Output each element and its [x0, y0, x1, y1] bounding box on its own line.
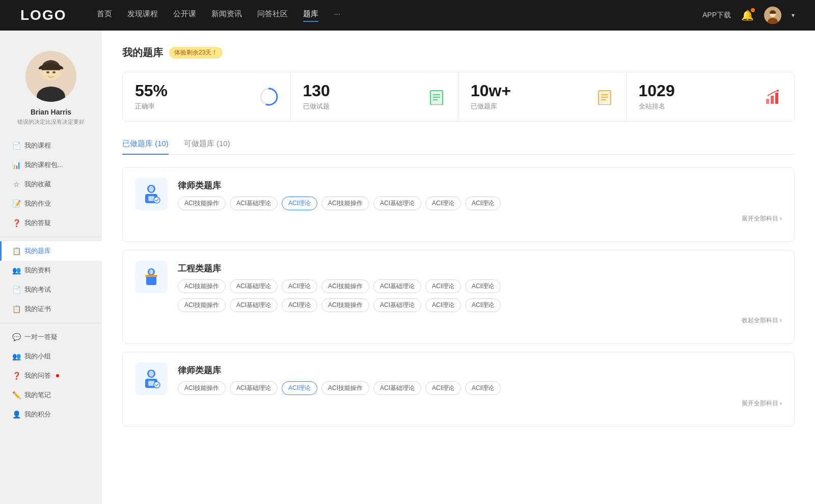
- bank-tag[interactable]: ACI技能操作: [178, 279, 226, 293]
- sidebar-item-6[interactable]: 👥 我的资料: [0, 261, 102, 280]
- notification-bell[interactable]: 🔔: [741, 9, 754, 21]
- bank-tag[interactable]: ACI理论: [465, 197, 501, 210]
- sidebar-item-5[interactable]: 📋 我的题库: [0, 241, 102, 261]
- tags-row-1: ACI技能操作ACI基础理论ACI理论ACI技能操作ACI基础理论ACI理论AC…: [178, 381, 782, 395]
- sidebar-item-1[interactable]: 📊 我的课程包...: [0, 155, 102, 175]
- user-avatar: [25, 51, 76, 102]
- user-dropdown-chevron[interactable]: ▾: [792, 12, 795, 19]
- profile-name: Brian Harris: [5, 108, 97, 116]
- bank-tag[interactable]: ACI技能操作: [321, 381, 369, 395]
- sidebar-icon-3: 📝: [12, 200, 20, 208]
- sidebar-icon-10: 👥: [12, 352, 20, 360]
- stat-banks-value: 10w+: [471, 82, 511, 99]
- expand-collapse-link[interactable]: 收起全部科目 ›: [178, 316, 782, 325]
- bank-tag[interactable]: ACI理论: [282, 197, 317, 210]
- sidebar-label-10: 我的小组: [24, 352, 51, 361]
- bank-tag[interactable]: ACI基础理论: [373, 197, 421, 210]
- bank-tag[interactable]: ACI基础理论: [230, 381, 278, 395]
- sidebar-icon-9: 💬: [12, 333, 20, 341]
- sidebar-item-8[interactable]: 📋 我的证书: [0, 299, 102, 319]
- bank-tag[interactable]: ACI理论: [465, 298, 501, 312]
- bank-tag[interactable]: ACI理论: [425, 279, 461, 293]
- sidebar-label-4: 我的答疑: [24, 218, 51, 228]
- bank-tag[interactable]: ACI技能操作: [178, 197, 226, 210]
- tab-done-banks[interactable]: 已做题库 (10): [122, 134, 169, 155]
- nav-item-公开课[interactable]: 公开课: [173, 9, 196, 22]
- bank-tag[interactable]: ACI基础理论: [230, 298, 278, 312]
- tags-row-1: ACI技能操作ACI基础理论ACI理论ACI技能操作ACI基础理论ACI理论AC…: [178, 279, 782, 293]
- stat-accuracy-icon: [260, 88, 278, 106]
- bank-tag[interactable]: ACI理论: [465, 381, 501, 395]
- sidebar-item-11[interactable]: ❓ 我的问答: [0, 366, 102, 385]
- sidebar-label-13: 我的积分: [24, 410, 51, 419]
- profile-section: Brian Harris 错误的决定比没有决定要好: [0, 41, 102, 136]
- bank-icon: [135, 261, 168, 293]
- nav-item-···[interactable]: ···: [334, 9, 340, 22]
- bank-tag[interactable]: ACI技能操作: [178, 381, 226, 395]
- sidebar-label-2: 我的收藏: [24, 180, 51, 189]
- svg-rect-32: [145, 275, 157, 277]
- bank-tag[interactable]: ACI技能操作: [321, 197, 369, 210]
- profile-motto: 错误的决定比没有决定要好: [5, 118, 97, 126]
- avatar-image: [764, 7, 781, 24]
- sidebar-item-12[interactable]: ✏️ 我的笔记: [0, 385, 102, 405]
- svg-rect-22: [775, 93, 778, 104]
- bank-tag[interactable]: ACI技能操作: [321, 279, 369, 293]
- bank-tag[interactable]: ACI基础理论: [230, 279, 278, 293]
- sidebar-item-10[interactable]: 👥 我的小组: [0, 347, 102, 366]
- sidebar-item-3[interactable]: 📝 我的作业: [0, 194, 102, 213]
- sidebar-item-2[interactable]: ☆ 我的收藏: [0, 175, 102, 194]
- logo[interactable]: LOGO: [20, 7, 66, 23]
- bank-name: 律师类题库: [178, 362, 782, 376]
- bank-tag[interactable]: ACI理论: [425, 197, 461, 210]
- sidebar-label-0: 我的课程: [24, 141, 51, 150]
- nav-item-新闻资讯[interactable]: 新闻资讯: [211, 9, 242, 22]
- sidebar-nav: 📄 我的课程 📊 我的课程包... ☆ 我的收藏 📝 我的作业 ❓ 我的答疑 📋…: [0, 136, 102, 424]
- bank-tag[interactable]: ACI理论: [425, 381, 461, 395]
- bank-tag[interactable]: ACI技能操作: [178, 298, 226, 312]
- svg-rect-21: [771, 96, 774, 104]
- nav-item-题库[interactable]: 题库: [303, 9, 318, 22]
- svg-point-23: [777, 90, 779, 92]
- svg-rect-10: [430, 91, 443, 105]
- sidebar-item-4[interactable]: ❓ 我的答疑: [0, 213, 102, 233]
- page-header: 我的题库 体验剩余23天！: [122, 46, 795, 60]
- sidebar-item-9[interactable]: 💬 一对一答疑: [0, 327, 102, 347]
- svg-point-34: [149, 371, 154, 377]
- bank-tag[interactable]: ACI理论: [282, 279, 317, 293]
- tab-available-banks[interactable]: 可做题库 (10): [184, 134, 230, 155]
- bank-tag[interactable]: ACI理论: [282, 381, 317, 395]
- bank-tag[interactable]: ACI技能操作: [321, 298, 369, 312]
- stat-done-label: 已做试题: [303, 102, 330, 111]
- bank-tag[interactable]: ACI基础理论: [230, 197, 278, 210]
- bank-tag[interactable]: ACI基础理论: [373, 381, 421, 395]
- sidebar-item-13[interactable]: 👤 我的积分: [0, 405, 102, 424]
- svg-rect-31: [146, 276, 156, 285]
- sidebar-item-7[interactable]: 📄 我的考试: [0, 280, 102, 299]
- sidebar-divider: [0, 237, 102, 237]
- bank-icon: [135, 178, 168, 210]
- bank-card-1: 工程类题库 ACI技能操作ACI基础理论ACI理论ACI技能操作ACI基础理论A…: [122, 250, 795, 344]
- sidebar-item-0[interactable]: 📄 我的课程: [0, 136, 102, 155]
- nav-item-问答社区[interactable]: 问答社区: [257, 9, 288, 22]
- app-download-link[interactable]: APP下载: [702, 11, 731, 20]
- nav-item-首页[interactable]: 首页: [97, 9, 112, 22]
- bank-cards-container: 律师类题库 ACI技能操作ACI基础理论ACI理论ACI技能操作ACI基础理论A…: [122, 167, 795, 427]
- expand-collapse-link[interactable]: 展开全部科目 ›: [178, 214, 782, 223]
- navbar: LOGO 首页发现课程公开课新闻资讯问答社区题库··· APP下载 🔔 ▾: [0, 0, 815, 31]
- sidebar-icon-2: ☆: [12, 180, 20, 188]
- bank-tag[interactable]: ACI理论: [425, 298, 461, 312]
- svg-point-30: [149, 269, 153, 274]
- bank-name: 工程类题库: [178, 261, 782, 274]
- sidebar-icon-1: 📊: [12, 161, 20, 169]
- stats-row: 55% 正确率 130 已做试题: [122, 72, 795, 122]
- stat-banks-label: 已做题库: [471, 102, 511, 111]
- bank-tag[interactable]: ACI理论: [465, 279, 501, 293]
- expand-collapse-link[interactable]: 展开全部科目 ›: [178, 399, 782, 408]
- nav-item-发现课程[interactable]: 发现课程: [127, 9, 158, 22]
- bank-tag[interactable]: ACI基础理论: [373, 279, 421, 293]
- bank-tag[interactable]: ACI基础理论: [373, 298, 421, 312]
- user-avatar-nav[interactable]: [764, 7, 781, 24]
- page-title: 我的题库: [122, 46, 163, 60]
- bank-tag[interactable]: ACI理论: [282, 298, 317, 312]
